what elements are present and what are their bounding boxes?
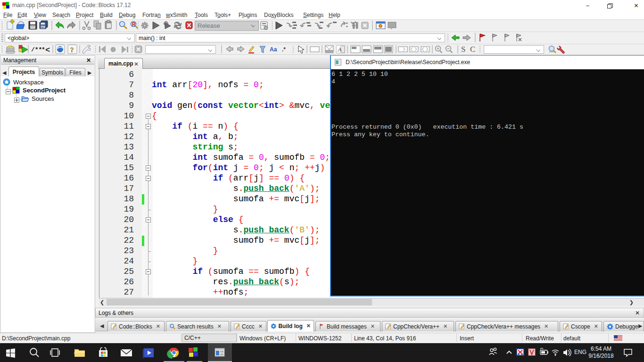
- svg-text:<: <: [45, 46, 50, 55]
- svg-text:C: C: [470, 45, 475, 54]
- svg-text:.*: .*: [282, 46, 286, 53]
- svg-text:*: *: [41, 46, 45, 53]
- svg-text:S: S: [461, 45, 465, 54]
- svg-text:A: A: [338, 46, 342, 53]
- svg-text:Aa: Aa: [270, 46, 277, 53]
- svg-text:R: R: [132, 22, 136, 27]
- svg-text:/**: /**: [31, 46, 42, 53]
- svg-text:?: ?: [70, 46, 74, 54]
